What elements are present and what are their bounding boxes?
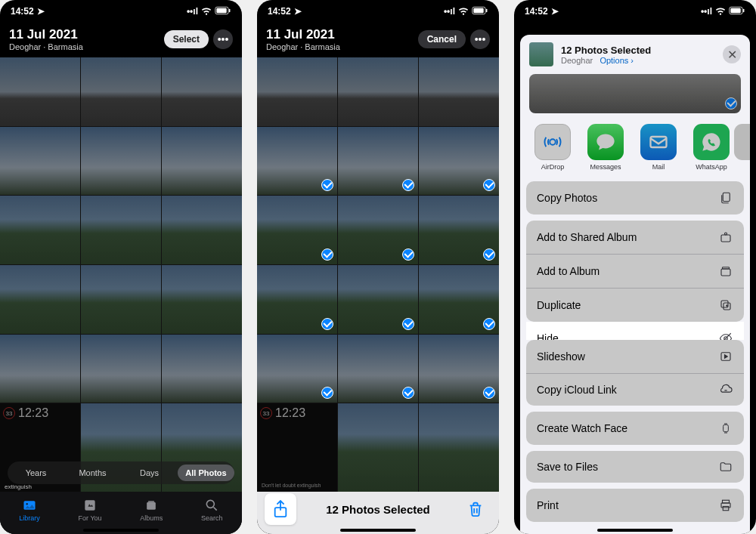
photo-thumb[interactable] [0,57,80,126]
app-label: Mail [652,163,665,171]
svg-rect-15 [730,8,740,12]
options-button[interactable]: Options › [600,56,634,65]
tab-library[interactable]: Library [19,498,40,522]
tab-search[interactable]: Search [201,498,223,522]
photo-thumb[interactable] [419,403,499,492]
photo-thumb[interactable] [257,57,337,126]
action-list-5: Save to Files [526,451,744,483]
seg-allphotos[interactable]: All Photos [178,465,234,481]
photo-thumb[interactable] [162,265,242,334]
action-hide[interactable]: Hide [526,322,744,340]
tab-foryou[interactable]: For You [79,498,102,522]
more-button[interactable]: ••• [470,29,490,49]
photo-thumb[interactable] [81,335,161,403]
photo-thumb[interactable] [257,335,337,403]
photo-thumb[interactable] [257,127,337,196]
photo-thumb[interactable] [162,335,242,403]
action-add-shared-album[interactable]: Add to Shared Album [526,221,744,255]
view-segmented[interactable]: Years Months Days All Photos [8,461,234,484]
photo-thumb[interactable] [162,127,242,196]
photo-thumb[interactable] [419,127,499,196]
preview-photo[interactable] [529,74,741,113]
copy-icon [718,191,733,205]
photo-thumb[interactable] [419,335,499,403]
check-icon [321,318,333,330]
trash-button[interactable] [460,500,491,518]
close-button[interactable]: ✕ [723,45,741,63]
seg-years[interactable]: Years [8,465,64,481]
photo-thumb[interactable] [257,196,337,264]
svg-rect-23 [723,267,730,269]
svg-rect-22 [721,269,730,276]
photo-thumb[interactable] [419,196,499,264]
photo-thumb[interactable] [162,196,242,264]
hide-icon [718,332,733,340]
photo-thumb[interactable] [81,265,161,334]
photo-thumb[interactable] [338,265,418,334]
action-list-hide: Hide [526,322,744,340]
action-copy-photos[interactable]: Copy Photos [526,181,744,215]
svg-rect-2 [229,8,231,12]
home-indicator[interactable] [597,529,673,532]
photo-thumb[interactable] [338,57,418,126]
photo-thumb[interactable] [0,265,80,334]
location-arrow-icon: ➤ [551,6,559,17]
action-label: Add to Shared Album [537,231,637,243]
tab-albums[interactable]: Albums [140,498,163,522]
tab-albums-label: Albums [140,514,163,522]
photo-thumb-clock[interactable]: 33 12:23 Don't let doubt extinguish [257,403,337,492]
print-icon [718,499,733,512]
action-slideshow[interactable]: Slideshow [526,340,744,374]
app-whatsapp[interactable]: WhatsApp [688,124,735,171]
wifi-icon [201,5,212,18]
photo-thumb[interactable] [338,196,418,264]
photo-thumb[interactable] [81,127,161,196]
svg-rect-7 [148,501,154,502]
more-button[interactable]: ••• [213,29,233,49]
photo-thumb[interactable] [338,403,418,492]
photo-thumb[interactable] [419,57,499,126]
action-save-to-files[interactable]: Save to Files [526,451,744,483]
tab-bar: Library For You Albums Search [0,492,242,534]
app-mail[interactable]: Mail [635,124,682,171]
svg-rect-6 [147,502,156,510]
photo-thumb[interactable] [81,196,161,264]
sheet-thumbnail [529,42,553,66]
action-add-album[interactable]: Add to Album [526,255,744,289]
action-create-watch-face[interactable]: Create Watch Face [526,412,744,445]
photo-thumb[interactable] [338,127,418,196]
albums-icon [143,498,160,513]
photo-thumb[interactable] [257,265,337,334]
action-label: Slideshow [537,350,585,363]
share-button[interactable] [265,493,296,525]
preview-strip[interactable] [520,74,750,121]
action-print[interactable]: Print [526,489,744,522]
photo-thumb[interactable] [419,265,499,334]
screen-selection: 14:52 ➤ ••ıl 11 Jul 2021 Deoghar · Barma… [257,0,499,534]
photo-thumb[interactable] [0,196,80,264]
seg-days[interactable]: Days [121,465,178,481]
photo-thumb[interactable] [338,335,418,403]
cellular-icon: ••ıl [701,6,712,17]
photo-grid[interactable]: 33 12:23 Don't let doubt extinguish [257,57,499,492]
photo-grid[interactable]: 33 12:23 Years Months Days All Photos ex… [0,57,242,492]
action-copy-icloud-link[interactable]: Copy iCloud Link [526,374,744,406]
home-indicator[interactable] [83,529,159,532]
app-messages[interactable]: Messages [582,124,629,171]
photo-thumb[interactable] [81,57,161,126]
tab-search-label: Search [201,514,223,522]
photo-thumb[interactable] [0,335,80,403]
action-duplicate[interactable]: Duplicate [526,289,744,322]
action-label: Hide [537,332,559,340]
check-icon [321,248,333,261]
select-button[interactable]: Select [164,30,209,48]
home-indicator[interactable] [340,529,416,532]
app-airdrop[interactable]: AirDrop [529,124,576,171]
photo-thumb[interactable] [0,127,80,196]
cancel-button[interactable]: Cancel [418,30,466,48]
app-more[interactable] [741,124,750,171]
duplicate-icon [718,298,733,312]
cellular-icon: ••ıl [187,6,198,17]
seg-months[interactable]: Months [64,465,121,481]
photo-thumb[interactable] [162,57,242,126]
